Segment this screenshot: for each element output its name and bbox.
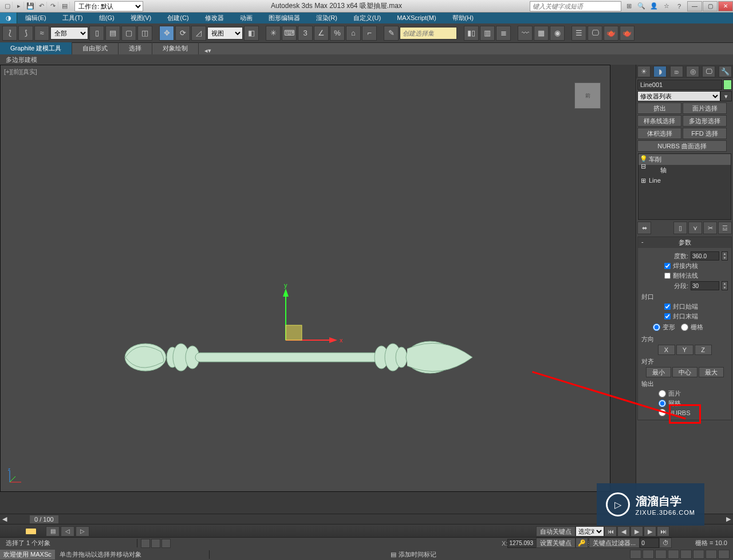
menu-views[interactable]: 视图(V) — [123, 13, 160, 23]
cap-end-check[interactable]: 封口末端 — [641, 312, 728, 321]
maximize-vp-icon[interactable] — [718, 550, 730, 559]
selection-filter[interactable]: 全部 — [50, 27, 88, 40]
tab-create-icon[interactable]: ☀ — [637, 66, 651, 77]
modifier-sets-icon[interactable]: ▾ — [720, 91, 732, 101]
ribbon-subbar[interactable]: 多边形建模 — [0, 54, 733, 65]
zoom-all-icon[interactable] — [655, 550, 667, 559]
help-search-icon[interactable]: 🔍 — [636, 2, 647, 11]
key-icon[interactable]: 🔑 — [576, 538, 588, 548]
keymode-select[interactable]: 选定对象 — [576, 526, 604, 537]
pivot-icon[interactable]: ◧ — [244, 26, 259, 41]
keyboard-icon[interactable]: ⌨ — [282, 26, 297, 41]
autokey-button[interactable]: 自动关键点 — [536, 526, 576, 537]
mod-nurbssel-button[interactable]: NURBS 曲面选择 — [637, 140, 727, 152]
render-fb-icon[interactable]: 🖵 — [588, 26, 602, 41]
manip-icon[interactable]: ✳ — [266, 26, 281, 41]
time-slider-label[interactable]: 0 / 100 — [30, 515, 58, 523]
scale-icon[interactable]: ◿ — [191, 26, 206, 41]
bindspacewarp-icon[interactable]: ≈ — [34, 26, 49, 41]
menu-customize[interactable]: 自定义(U) — [345, 13, 389, 23]
menu-rendering[interactable]: 渲染(R) — [308, 13, 345, 23]
object-color-swatch[interactable] — [723, 80, 732, 90]
mod-ffdsel-button[interactable]: FFD 选择 — [683, 128, 727, 139]
flip-normals-check[interactable]: 翻转法线 — [641, 271, 728, 280]
cap-start-check[interactable]: 封口始端 — [641, 302, 728, 311]
layers-icon[interactable]: ≣ — [496, 26, 511, 41]
dir-z-button[interactable]: Z — [695, 345, 712, 355]
pan-icon[interactable] — [693, 550, 704, 559]
zoom-ext-icon[interactable] — [668, 550, 679, 559]
orbit-icon[interactable] — [706, 550, 717, 559]
project-icon[interactable]: ▤ — [60, 2, 70, 11]
viewport[interactable]: [+][前][真实] 前 y x z — [0, 65, 610, 492]
close-button[interactable]: ✕ — [718, 1, 733, 11]
schematic-icon[interactable]: ▦ — [534, 26, 549, 41]
select-name-icon[interactable]: ▤ — [105, 26, 120, 41]
unlink-icon[interactable]: ⟆ — [18, 26, 33, 41]
help-search-input[interactable] — [530, 1, 621, 11]
menu-group[interactable]: 组(G) — [91, 13, 123, 23]
align-min-button[interactable]: 最小 — [646, 367, 671, 377]
select-rect-icon[interactable]: ▢ — [121, 26, 136, 41]
snap-2d-icon[interactable]: 3 — [298, 26, 313, 41]
morph-radio[interactable]: 变形 — [653, 323, 675, 332]
menu-create[interactable]: 创建(C) — [159, 13, 196, 23]
render-icon[interactable]: 🫖 — [604, 26, 618, 41]
tab-utilities-icon[interactable]: 🔧 — [719, 66, 732, 77]
curve-editor-icon[interactable]: 〰 — [518, 26, 533, 41]
new-icon[interactable]: ▢ — [2, 2, 13, 11]
dir-x-button[interactable]: X — [658, 345, 675, 355]
configure-icon[interactable]: ☲ — [718, 222, 732, 234]
menu-help[interactable]: 帮助(H) — [444, 13, 482, 23]
minimize-button[interactable]: — — [687, 1, 702, 11]
weld-core-check[interactable]: 焊接内核 — [641, 262, 728, 270]
angle-snap-icon[interactable]: ∠ — [314, 26, 329, 41]
time-tag[interactable]: ▤添加时间标记 — [391, 550, 436, 559]
setkey-button[interactable]: 设置关键点 — [536, 538, 576, 548]
zoom-icon[interactable] — [643, 550, 654, 559]
keyfilter-button[interactable]: 关键点过滤器... — [589, 538, 640, 548]
maxscript-prompt[interactable]: 欢迎使用 MAXSc — [0, 550, 55, 559]
select-object-icon[interactable]: ▯ — [89, 26, 104, 41]
material-editor-icon[interactable]: ◉ — [550, 26, 565, 41]
menu-edit[interactable]: 编辑(E) — [17, 13, 54, 23]
move-icon[interactable]: ✥ — [159, 26, 174, 41]
redo-icon[interactable]: ↷ — [48, 2, 58, 11]
favorites-icon[interactable]: ☆ — [661, 2, 672, 11]
tab-graphite[interactable]: Graphite 建模工具 — [0, 42, 72, 54]
tab-motion-icon[interactable]: ◎ — [686, 66, 699, 77]
save-icon[interactable]: 💾 — [25, 2, 36, 11]
degrees-input[interactable] — [691, 251, 719, 261]
remove-mod-icon[interactable]: ✂ — [703, 222, 717, 234]
object-name-input[interactable] — [637, 80, 722, 90]
output-patch-radio[interactable]: 面片 — [641, 389, 728, 398]
help-icon[interactable]: ? — [674, 2, 684, 11]
unique-icon[interactable]: ⋎ — [688, 222, 702, 234]
named-sel-edit-icon[interactable]: ✎ — [384, 26, 399, 41]
ribbon-expand-icon[interactable]: ◂▾ — [199, 47, 217, 54]
open-icon[interactable]: ▸ — [14, 2, 24, 11]
sign-in-icon[interactable]: 👤 — [649, 2, 659, 11]
mod-splinesel-button[interactable]: 样条线选择 — [637, 115, 681, 127]
segments-spinner[interactable]: ▲▼ — [722, 281, 728, 290]
mirror-icon[interactable]: ▮▯ — [464, 26, 479, 41]
menu-grapheditors[interactable]: 图形编辑器 — [261, 13, 308, 23]
fov-icon[interactable] — [680, 550, 692, 559]
tab-display-icon[interactable]: 🖵 — [702, 66, 715, 77]
menu-maxscript[interactable]: MAXScript(M) — [389, 13, 444, 23]
grid-radio[interactable]: 栅格 — [681, 323, 703, 332]
refcoord-select[interactable]: 视图 — [207, 27, 243, 40]
modifier-list-select[interactable]: 修改器列表 — [637, 91, 720, 101]
prev-frame-icon[interactable]: ◀ — [617, 526, 630, 537]
track-toggle-icon[interactable]: ▤ — [46, 526, 60, 537]
align-icon[interactable]: ▥ — [480, 26, 495, 41]
tab-paint[interactable]: 对象绘制 — [152, 42, 199, 54]
mod-extrude-button[interactable]: 挤出 — [637, 102, 681, 114]
menu-animation[interactable]: 动画 — [232, 13, 261, 23]
lock-selection-icon[interactable] — [141, 539, 150, 548]
mod-volsel-button[interactable]: 体积选择 — [637, 128, 681, 139]
play-icon[interactable]: ▶ — [630, 526, 643, 537]
render-prod-icon[interactable]: 🫖 — [620, 26, 635, 41]
help-grid-icon[interactable]: ⊞ — [624, 2, 634, 11]
time-slider-left-icon[interactable]: ◀ — [2, 515, 7, 523]
